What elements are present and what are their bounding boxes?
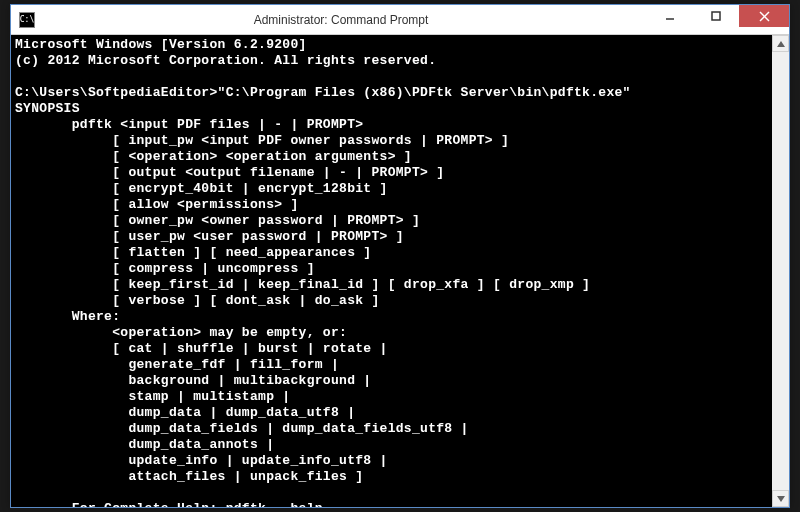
output-line: Where: bbox=[15, 309, 120, 324]
output-line: (c) 2012 Microsoft Corporation. All righ… bbox=[15, 53, 436, 68]
output-line: [ keep_first_id | keep_final_id ] [ drop… bbox=[15, 277, 590, 292]
output-line: attach_files | unpack_files ] bbox=[15, 469, 363, 484]
svg-rect-1 bbox=[712, 12, 720, 20]
chevron-up-icon bbox=[777, 41, 785, 47]
output-line: [ flatten ] [ need_appearances ] bbox=[15, 245, 371, 260]
close-icon bbox=[759, 11, 770, 22]
command-prompt-window: C:\ Administrator: Command Prompt Micros… bbox=[10, 4, 790, 508]
output-line: update_info | update_info_utf8 | bbox=[15, 453, 388, 468]
output-line: dump_data | dump_data_utf8 | bbox=[15, 405, 355, 420]
cmd-icon: C:\ bbox=[19, 12, 35, 28]
output-line: [ input_pw <input PDF owner passwords | … bbox=[15, 133, 509, 148]
window-controls bbox=[647, 5, 789, 34]
scroll-down-button[interactable] bbox=[772, 490, 789, 507]
window-title: Administrator: Command Prompt bbox=[35, 13, 647, 27]
output-line: Microsoft Windows [Version 6.2.9200] bbox=[15, 37, 307, 52]
close-button[interactable] bbox=[739, 5, 789, 27]
output-line: [ output <output filename | - | PROMPT> … bbox=[15, 165, 444, 180]
output-line: [ allow <permissions> ] bbox=[15, 197, 299, 212]
output-line: C:\Users\SoftpediaEditor>"C:\Program Fil… bbox=[15, 85, 631, 100]
scroll-up-button[interactable] bbox=[772, 35, 789, 52]
console-area: Microsoft Windows [Version 6.2.9200] (c)… bbox=[11, 35, 789, 507]
output-line: stamp | multistamp | bbox=[15, 389, 290, 404]
output-line: [ <operation> <operation arguments> ] bbox=[15, 149, 412, 164]
minimize-icon bbox=[665, 11, 675, 21]
titlebar[interactable]: C:\ Administrator: Command Prompt bbox=[11, 5, 789, 35]
output-line: dump_data_fields | dump_data_fields_utf8… bbox=[15, 421, 469, 436]
maximize-button[interactable] bbox=[693, 5, 739, 27]
output-line: [ cat | shuffle | burst | rotate | bbox=[15, 341, 388, 356]
scroll-track[interactable] bbox=[772, 52, 789, 490]
output-line: SYNOPSIS bbox=[15, 101, 80, 116]
output-line: pdftk <input PDF files | - | PROMPT> bbox=[15, 117, 363, 132]
output-line: [ user_pw <user password | PROMPT> ] bbox=[15, 229, 404, 244]
console-output[interactable]: Microsoft Windows [Version 6.2.9200] (c)… bbox=[11, 35, 772, 507]
output-line: [ encrypt_40bit | encrypt_128bit ] bbox=[15, 181, 388, 196]
output-line: <operation> may be empty, or: bbox=[15, 325, 347, 340]
output-line: background | multibackground | bbox=[15, 373, 371, 388]
maximize-icon bbox=[711, 11, 721, 21]
vertical-scrollbar[interactable] bbox=[772, 35, 789, 507]
chevron-down-icon bbox=[777, 496, 785, 502]
output-line: [ verbose ] [ dont_ask | do_ask ] bbox=[15, 293, 380, 308]
output-line: For Complete Help: pdftk --help bbox=[15, 501, 323, 507]
output-line: [ compress | uncompress ] bbox=[15, 261, 315, 276]
minimize-button[interactable] bbox=[647, 5, 693, 27]
output-line: [ owner_pw <owner password | PROMPT> ] bbox=[15, 213, 420, 228]
output-line: dump_data_annots | bbox=[15, 437, 274, 452]
output-line: generate_fdf | fill_form | bbox=[15, 357, 339, 372]
